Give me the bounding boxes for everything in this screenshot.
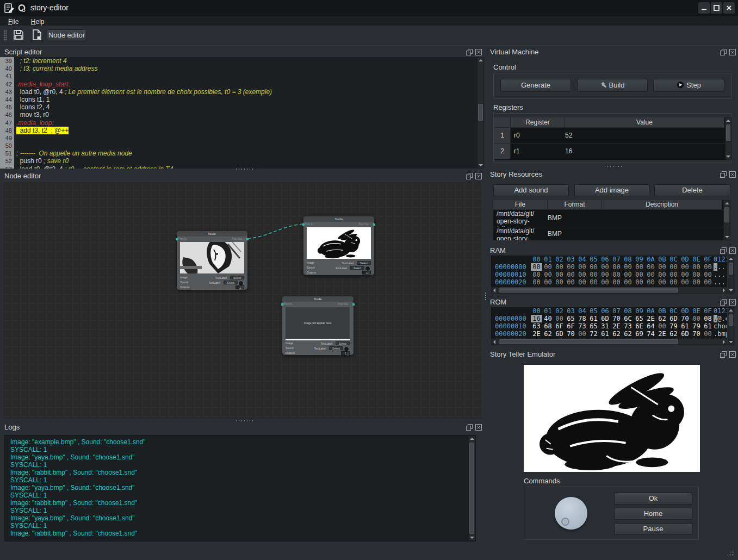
hex-byte[interactable]: 73 xyxy=(576,322,588,330)
select-image-button[interactable]: Select xyxy=(230,276,244,279)
hex-byte[interactable]: 00 xyxy=(542,278,554,286)
port-in-connector[interactable] xyxy=(281,303,283,306)
port-out-connector[interactable] xyxy=(246,238,249,240)
code-line[interactable]: 50 xyxy=(0,142,477,150)
close-button[interactable] xyxy=(723,2,735,14)
outputs-spinbox[interactable]: 1 xyxy=(235,285,244,289)
rom-vertical-scrollbar[interactable] xyxy=(728,307,734,345)
close-panel-icon[interactable] xyxy=(729,171,736,178)
hex-byte[interactable]: 6D xyxy=(668,315,679,322)
pause-button[interactable]: Pause xyxy=(614,523,692,535)
code-line[interactable]: 41 xyxy=(0,72,477,80)
hex-byte[interactable]: 00 xyxy=(531,271,542,278)
hex-byte[interactable]: 00 xyxy=(599,271,611,278)
hex-byte[interactable]: 2E xyxy=(645,315,656,322)
hex-byte[interactable]: 64 xyxy=(645,322,656,330)
selection-wheel-dial[interactable] xyxy=(555,497,587,530)
save-button[interactable] xyxy=(12,28,26,42)
hex-byte[interactable]: 00 xyxy=(656,271,668,278)
resource-row[interactable]: /mnt/data/git/ open-story-tell…BMP xyxy=(493,227,723,240)
hex-byte[interactable]: 78 xyxy=(576,315,588,322)
hex-byte[interactable]: 00 xyxy=(691,278,702,286)
hex-byte[interactable]: 62 xyxy=(668,330,679,338)
hex-byte[interactable]: 00 xyxy=(702,263,714,271)
hex-byte[interactable]: 68 xyxy=(542,322,554,330)
logs-vertical-scrollbar[interactable] xyxy=(468,435,475,541)
hex-byte[interactable]: 00 xyxy=(554,263,565,271)
hex-byte[interactable]: 00 xyxy=(576,278,588,286)
code-line[interactable]: 44 lcons t1, 1 xyxy=(0,96,477,103)
hex-byte[interactable]: 00 xyxy=(668,271,679,278)
title-bar[interactable]: story-editor xyxy=(0,0,738,16)
hex-byte[interactable]: 72 xyxy=(588,330,599,338)
hex-byte[interactable]: 00 xyxy=(702,278,714,286)
select-image-button[interactable]: Select xyxy=(336,341,350,345)
menu-file[interactable]: File xyxy=(3,17,23,26)
hex-byte[interactable]: 61 xyxy=(599,330,611,338)
hex-byte[interactable]: 62 xyxy=(542,330,554,338)
hex-byte[interactable]: 61 xyxy=(588,315,599,322)
hex-byte[interactable]: 00 xyxy=(622,271,634,278)
splitter-handle[interactable] xyxy=(235,420,253,422)
script-code-editor[interactable]: 39 ; t2: increment 440 ; t3: current med… xyxy=(0,57,477,169)
hex-byte[interactable]: 00 xyxy=(611,263,622,271)
float-panel-icon[interactable] xyxy=(720,299,727,306)
hex-byte[interactable]: 31 xyxy=(599,322,611,330)
hex-byte[interactable]: 6F xyxy=(554,322,565,330)
float-panel-icon[interactable] xyxy=(720,171,727,178)
hex-byte[interactable]: 00 xyxy=(691,263,702,271)
hex-byte[interactable]: 70 xyxy=(691,330,702,338)
close-panel-icon[interactable] xyxy=(475,173,482,179)
hex-byte[interactable]: 6E xyxy=(634,322,645,330)
hex-byte[interactable]: 70 xyxy=(679,315,691,322)
ram-vertical-scrollbar[interactable] xyxy=(728,256,734,294)
build-button[interactable]: Build xyxy=(577,79,648,92)
ram-hex-view[interactable]: 000102030405060708090A0B0C0D0E0F01234567… xyxy=(491,256,727,287)
hex-byte[interactable]: 61 xyxy=(702,322,714,330)
hex-byte[interactable]: 00 xyxy=(668,263,679,271)
minimize-button[interactable] xyxy=(698,2,710,14)
logs-output[interactable]: Image: "example.bmp" , Sound: "choose1.s… xyxy=(4,435,476,542)
hex-byte[interactable]: 40 xyxy=(542,315,554,322)
code-line[interactable]: 52 push r0 ; save r0 xyxy=(0,157,477,165)
hex-byte[interactable]: 00 xyxy=(702,330,714,338)
hex-byte[interactable]: 00 xyxy=(645,271,656,278)
hex-byte[interactable]: 00 xyxy=(702,271,714,278)
hex-byte[interactable]: 61 xyxy=(679,322,691,330)
hex-byte[interactable]: 2E xyxy=(611,322,622,330)
outputs-spinbox[interactable]: 1 xyxy=(341,351,350,355)
outputs-spinbox[interactable]: 1 xyxy=(362,271,371,275)
maximize-button[interactable] xyxy=(711,2,722,14)
port-in-connector[interactable] xyxy=(176,238,178,240)
port-out-connector[interactable] xyxy=(352,303,355,306)
hex-byte[interactable]: 00 xyxy=(599,278,611,286)
float-panel-icon[interactable] xyxy=(720,247,727,254)
float-panel-icon[interactable] xyxy=(466,424,473,431)
hex-byte[interactable]: 62 xyxy=(656,315,668,322)
ok-button[interactable]: Ok xyxy=(614,493,692,505)
hex-byte[interactable]: 73 xyxy=(622,322,634,330)
media-node-1[interactable]: Node Port In Port Out xyxy=(177,231,247,290)
hex-byte[interactable]: 00 xyxy=(542,263,554,271)
select-sound-button[interactable]: Select xyxy=(350,266,364,270)
code-line[interactable]: 42.media_loop_start: xyxy=(0,80,477,88)
select-sound-button[interactable]: Select xyxy=(224,281,238,284)
hex-byte[interactable]: 70 xyxy=(611,315,622,322)
hex-byte[interactable]: 00 xyxy=(668,278,679,286)
code-line[interactable]: 39 ; t2: increment 4 xyxy=(0,57,477,65)
hex-byte[interactable]: 00 xyxy=(542,271,554,278)
resource-row[interactable]: /mnt/data/git/ open-story-tell…BMP xyxy=(493,210,723,227)
close-panel-icon[interactable] xyxy=(475,49,482,55)
hex-byte[interactable]: 00 xyxy=(531,278,542,286)
hex-byte[interactable]: 6D xyxy=(679,330,691,338)
splitter-handle[interactable] xyxy=(604,165,622,167)
float-panel-icon[interactable] xyxy=(720,351,727,358)
hex-byte[interactable]: 00 xyxy=(576,263,588,271)
hex-byte[interactable]: 00 xyxy=(611,278,622,286)
hex-byte[interactable]: 62 xyxy=(611,330,622,338)
register-row[interactable]: 2r116 xyxy=(494,144,725,159)
hex-byte[interactable]: 6C xyxy=(622,315,634,322)
hex-byte[interactable]: 70 xyxy=(565,330,576,338)
add-sound-button[interactable]: Add sound xyxy=(493,184,569,196)
hex-byte[interactable]: 16 xyxy=(531,315,542,322)
